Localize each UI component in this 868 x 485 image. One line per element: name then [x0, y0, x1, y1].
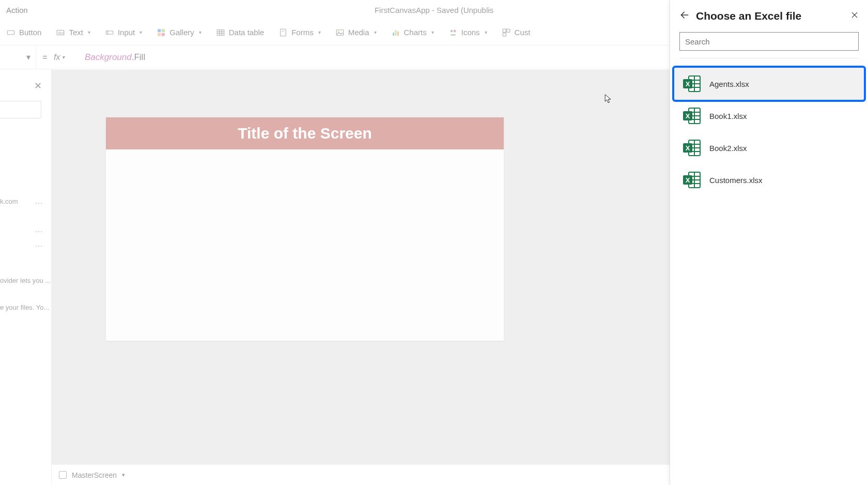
- svg-text:X: X: [686, 112, 690, 120]
- gallery-icon: [157, 28, 166, 37]
- fx-button[interactable]: fx▾: [54, 53, 80, 62]
- button-icon: [6, 28, 16, 37]
- file-item-book2[interactable]: X Book2.xlsx: [674, 132, 864, 164]
- svg-rect-21: [453, 29, 456, 32]
- icons-icon: [448, 28, 458, 37]
- chevron-down-icon: ▾: [374, 29, 377, 35]
- media-icon: [335, 28, 345, 37]
- svg-rect-15: [336, 29, 344, 35]
- chevron-down-icon: ▾: [140, 29, 142, 35]
- chevron-down-icon: ▾: [431, 29, 434, 35]
- ribbon-media[interactable]: Media▾: [335, 28, 377, 37]
- screen-title: Title of the Screen: [238, 125, 372, 142]
- svg-rect-5: [158, 29, 161, 32]
- svg-rect-3: [106, 31, 113, 34]
- datatable-icon: [216, 28, 225, 37]
- ribbon-forms[interactable]: Forms▾: [278, 28, 321, 37]
- chevron-down-icon: ▾: [26, 52, 30, 62]
- left-search[interactable]: [0, 101, 41, 118]
- svg-rect-23: [503, 29, 506, 32]
- svg-rect-6: [162, 29, 165, 32]
- svg-text:X: X: [686, 144, 690, 152]
- chevron-down-icon: ▾: [485, 29, 487, 35]
- connector-tip: ovider lets you ...: [0, 277, 51, 284]
- forms-icon: [278, 28, 288, 37]
- window-title: FirstCanvasApp - Saved (Unpublis: [375, 6, 493, 14]
- ribbon-datatable[interactable]: Data table: [216, 28, 264, 37]
- screen-name[interactable]: MasterScreen: [72, 471, 117, 479]
- file-list: X Agents.xlsx X Book1.xlsx X: [670, 68, 868, 485]
- text-icon: Abc: [56, 28, 65, 37]
- svg-rect-19: [397, 31, 399, 35]
- connector-tip: e your files. Yo...: [0, 304, 49, 311]
- charts-icon: [391, 28, 400, 37]
- screen-checkbox[interactable]: [59, 471, 67, 479]
- svg-rect-1: [57, 30, 65, 35]
- excel-icon: X: [681, 138, 702, 158]
- file-item-agents[interactable]: X Agents.xlsx: [674, 68, 864, 100]
- close-button[interactable]: [850, 11, 859, 22]
- more-icon[interactable]: …: [35, 225, 43, 234]
- svg-text:X: X: [686, 80, 690, 88]
- file-item-customers[interactable]: X Customers.xlsx: [674, 164, 864, 196]
- chevron-down-icon[interactable]: ▾: [122, 472, 125, 478]
- equals-sign: =: [36, 53, 54, 62]
- svg-rect-17: [393, 33, 394, 36]
- file-name: Book2.xlsx: [709, 144, 747, 153]
- file-picker-panel: Choose an Excel file X Agents.xlsx: [670, 0, 868, 485]
- ribbon-text[interactable]: Abc Text▾: [56, 28, 90, 37]
- tab-action[interactable]: Action: [6, 6, 28, 14]
- back-button[interactable]: [679, 10, 690, 23]
- svg-rect-18: [395, 30, 396, 36]
- excel-icon: X: [681, 170, 702, 190]
- svg-rect-9: [217, 29, 224, 35]
- chevron-down-icon: ▾: [88, 29, 90, 35]
- svg-text:X: X: [686, 176, 690, 184]
- chevron-down-icon: ▾: [199, 29, 202, 35]
- custom-icon: [502, 28, 511, 37]
- close-icon: [850, 11, 859, 19]
- svg-rect-0: [7, 31, 14, 35]
- svg-rect-24: [506, 29, 509, 32]
- svg-rect-25: [503, 33, 506, 36]
- ribbon-charts[interactable]: Charts▾: [391, 28, 434, 37]
- svg-text:Abc: Abc: [58, 31, 65, 35]
- canvas-screen[interactable]: Title of the Screen: [106, 117, 504, 341]
- svg-rect-7: [158, 33, 161, 36]
- file-item-book1[interactable]: X Book1.xlsx: [674, 100, 864, 132]
- panel-title: Choose an Excel file: [696, 10, 844, 22]
- svg-rect-8: [162, 33, 165, 36]
- input-icon: [105, 28, 114, 37]
- ribbon-button[interactable]: Button: [6, 28, 41, 37]
- ribbon-input[interactable]: Input▾: [105, 28, 142, 37]
- excel-icon: X: [681, 105, 702, 126]
- property-dropdown[interactable]: ▾: [0, 46, 36, 69]
- ribbon-icons[interactable]: Icons▾: [448, 28, 487, 37]
- divider: [679, 58, 859, 58]
- left-panel: ✕ k.com… … … ovider lets you ... e your …: [0, 70, 52, 485]
- ribbon-gallery[interactable]: Gallery▾: [157, 28, 202, 37]
- chevron-down-icon: ▾: [318, 29, 321, 35]
- svg-point-16: [338, 31, 339, 33]
- close-icon[interactable]: ✕: [34, 80, 42, 92]
- arrow-left-icon: [679, 10, 690, 20]
- search-input[interactable]: [679, 32, 859, 51]
- file-name: Book1.xlsx: [709, 112, 747, 120]
- file-name: Agents.xlsx: [709, 80, 749, 88]
- screen-header[interactable]: Title of the Screen: [106, 117, 504, 149]
- chevron-down-icon: ▾: [62, 54, 65, 60]
- excel-icon: X: [681, 73, 702, 94]
- svg-point-20: [450, 29, 453, 32]
- cursor-icon: [605, 94, 612, 104]
- ribbon-custom[interactable]: Cust: [502, 28, 531, 37]
- more-icon[interactable]: …: [35, 239, 43, 249]
- more-icon[interactable]: …: [35, 196, 43, 206]
- connector-row[interactable]: k.com: [0, 198, 18, 205]
- svg-rect-14: [281, 29, 286, 36]
- file-name: Customers.xlsx: [709, 176, 763, 185]
